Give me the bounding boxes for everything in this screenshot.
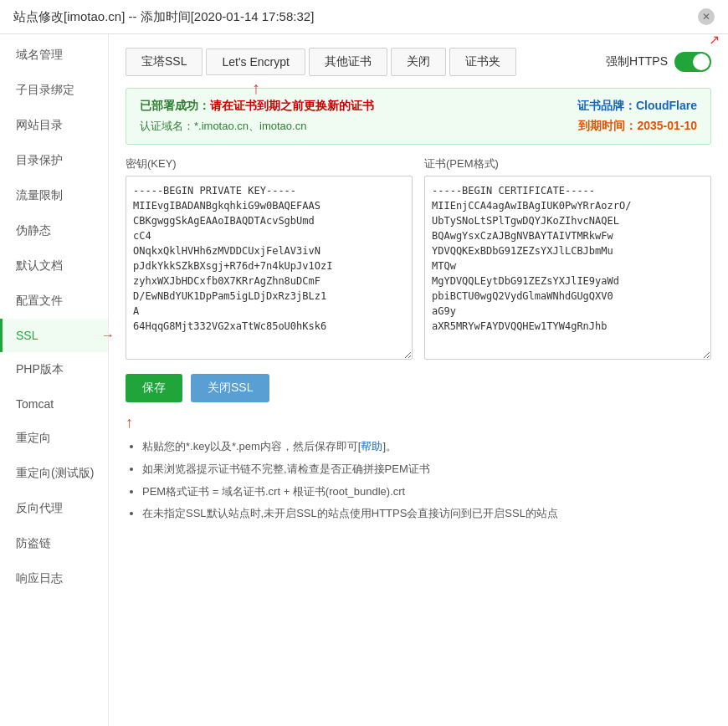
sidebar-item-redirect-beta[interactable]: 重定向(测试版) xyxy=(0,456,108,491)
sidebar-item-access-log[interactable]: 响应日志 xyxy=(0,561,108,596)
fields-row: 密钥(KEY) 证书(PEM格式) xyxy=(126,156,711,362)
note-item-2: 如果浏览器提示证书链不完整,请检查是否正确拼接PEM证书 xyxy=(142,461,711,478)
sidebar-item-php[interactable]: PHP版本 xyxy=(0,352,108,387)
https-label: 强制HTTPS xyxy=(606,54,668,69)
sidebar-item-rewrite[interactable]: 伪静态 xyxy=(0,213,108,248)
sidebar-item-default-doc[interactable]: 默认文档 xyxy=(0,248,108,284)
sidebar-item-ssl[interactable]: SSL xyxy=(0,319,108,352)
main-layout: 域名管理子目录绑定网站目录目录保护流量限制伪静态默认文档配置文件SSLPHP版本… xyxy=(0,34,728,726)
sidebar-item-redirect[interactable]: 重定向 xyxy=(0,421,108,456)
window: 站点修改[imotao.cn] -- 添加时间[2020-01-14 17:58… xyxy=(0,0,728,726)
close-window-button[interactable]: ✕ xyxy=(698,8,715,25)
tab-arrow-indicator: ↑ xyxy=(252,79,260,98)
tabs-row: 宝塔SSL Let's Encrypt ↑ 其他证书 关闭 证书夹 强制HTTP… xyxy=(126,48,711,76)
https-toggle-switch[interactable]: ↗ xyxy=(674,52,711,72)
save-arrow-indicator: ↑ xyxy=(126,414,711,432)
key-label: 密钥(KEY) xyxy=(126,156,413,171)
content-area: 宝塔SSL Let's Encrypt ↑ 其他证书 关闭 证书夹 强制HTTP… xyxy=(109,34,728,726)
action-buttons: 保存 关闭SSL xyxy=(126,374,711,402)
note-item-4: 在未指定SSL默认站点时,未开启SSL的站点使用HTTPS会直接访问到已开启SS… xyxy=(142,505,711,523)
cert-field-group: 证书(PEM格式) xyxy=(424,156,711,362)
tab-lets-encrypt[interactable]: Let's Encrypt ↑ xyxy=(206,49,305,75)
sidebar-item-subdir[interactable]: 子目录绑定 xyxy=(0,73,108,108)
note-item-3: PEM格式证书 = 域名证书.crt + 根证书(root_bundle).cr… xyxy=(142,483,711,501)
tab-baota-ssl[interactable]: 宝塔SSL xyxy=(126,48,203,76)
sidebar-item-dirprotect[interactable]: 目录保护 xyxy=(0,143,108,178)
title-bar: 站点修改[imotao.cn] -- 添加时间[2020-01-14 17:58… xyxy=(0,0,728,34)
key-field-group: 密钥(KEY) xyxy=(126,156,413,362)
sidebar-item-reverse-proxy[interactable]: 反向代理 xyxy=(0,491,108,526)
tab-close[interactable]: 关闭 xyxy=(391,48,446,76)
success-domain: 认证域名：*.imotao.cn、imotao.cn xyxy=(140,119,374,134)
notes-list: 粘贴您的*.key以及*.pem内容，然后保存即可[帮助]。 如果浏览器提示证书… xyxy=(126,438,711,523)
cert-brand: 证书品牌：CloudFlare xyxy=(577,99,697,114)
help-link[interactable]: 帮助 xyxy=(361,440,382,452)
window-title: 站点修改[imotao.cn] -- 添加时间[2020-01-14 17:58… xyxy=(13,9,314,25)
sidebar-item-traffic[interactable]: 流量限制 xyxy=(0,178,108,213)
sidebar-item-domain[interactable]: 域名管理 xyxy=(0,38,108,73)
note-item-1: 粘贴您的*.key以及*.pem内容，然后保存即可[帮助]。 xyxy=(142,438,711,456)
https-arrow-indicator: ↗ xyxy=(709,34,720,48)
cert-label: 证书(PEM格式) xyxy=(424,156,711,171)
tab-other-cert[interactable]: 其他证书 xyxy=(309,48,387,76)
success-left: 已部署成功：请在证书到期之前更换新的证书 认证域名：*.imotao.cn、im… xyxy=(140,99,374,134)
tab-cert-folder[interactable]: 证书夹 xyxy=(449,48,516,76)
success-right: 证书品牌：CloudFlare 到期时间：2035-01-10 xyxy=(577,99,697,134)
sidebar-item-webdir[interactable]: 网站目录 xyxy=(0,108,108,143)
success-info-box: 已部署成功：请在证书到期之前更换新的证书 认证域名：*.imotao.cn、im… xyxy=(126,88,711,145)
sidebar-item-tomcat[interactable]: Tomcat xyxy=(0,387,108,421)
sidebar-item-config[interactable]: 配置文件 xyxy=(0,284,108,319)
sidebar: 域名管理子目录绑定网站目录目录保护流量限制伪静态默认文档配置文件SSLPHP版本… xyxy=(0,34,109,726)
cert-textarea[interactable] xyxy=(424,176,711,360)
sidebar-item-hotlink[interactable]: 防盗链 xyxy=(0,526,108,561)
close-ssl-button[interactable]: 关闭SSL xyxy=(191,374,269,402)
save-button[interactable]: 保存 xyxy=(126,374,182,402)
success-title: 已部署成功：请在证书到期之前更换新的证书 xyxy=(140,99,374,114)
https-toggle-area: 强制HTTPS ↗ xyxy=(606,52,711,72)
key-textarea[interactable] xyxy=(126,176,413,360)
cert-expire: 到期时间：2035-01-10 xyxy=(577,119,697,134)
